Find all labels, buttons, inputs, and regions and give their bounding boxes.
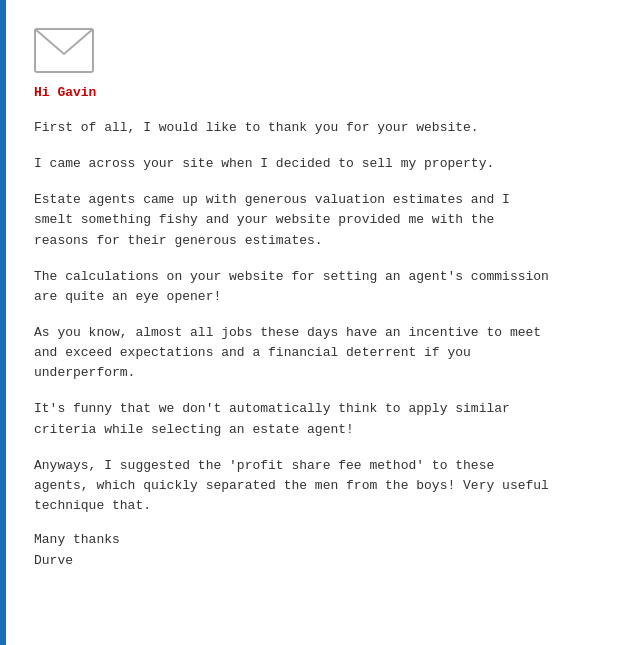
page-container: Hi Gavin First of all, I would like to t… bbox=[0, 0, 641, 645]
paragraph-1: First of all, I would like to thank you … bbox=[34, 118, 611, 138]
content-area: Hi Gavin First of all, I would like to t… bbox=[6, 0, 641, 645]
paragraph-6: It's funny that we don't automatically t… bbox=[34, 399, 611, 439]
paragraph-4: The calculations on your website for set… bbox=[34, 267, 611, 307]
signature: Durve bbox=[34, 553, 611, 568]
paragraph-2: I came across your site when I decided t… bbox=[34, 154, 611, 174]
email-icon bbox=[34, 28, 94, 73]
letter-body: Hi Gavin First of all, I would like to t… bbox=[34, 85, 611, 568]
sign-off: Many thanks bbox=[34, 532, 611, 547]
paragraph-3: Estate agents came up with generous valu… bbox=[34, 190, 611, 250]
paragraph-7: Anyways, I suggested the 'profit share f… bbox=[34, 456, 611, 516]
greeting: Hi Gavin bbox=[34, 85, 611, 100]
paragraph-5: As you know, almost all jobs these days … bbox=[34, 323, 611, 383]
